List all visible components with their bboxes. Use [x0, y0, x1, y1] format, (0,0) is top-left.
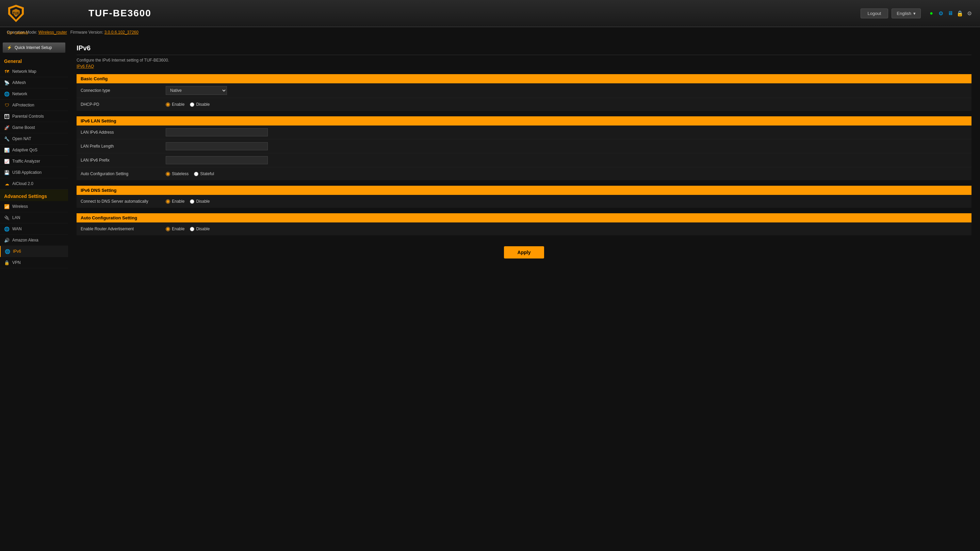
- dns-auto-control: Enable Disable: [166, 199, 967, 204]
- apply-button[interactable]: Apply: [504, 246, 544, 259]
- lan-ipv6-address-label: LAN IPv6 Address: [81, 130, 166, 135]
- lan-ipv6-address-input[interactable]: [166, 128, 268, 137]
- setup-icon: ⚡: [7, 45, 12, 50]
- parental-controls-label: Parental Controls: [12, 114, 44, 119]
- basic-config-header: Basic Config: [76, 74, 972, 83]
- dhcp-pd-disable-radio[interactable]: [190, 102, 194, 107]
- header-right: Logout English ▾ ● ⚙ 🖥 🔒 ⚙: [861, 8, 973, 18]
- quick-internet-setup-button[interactable]: ⚡ Quick Internet Setup: [3, 43, 65, 53]
- lan-ipv6-prefix-input[interactable]: [166, 156, 268, 164]
- tuf-logo: TUF: [7, 4, 25, 23]
- sidebar-item-usb-application[interactable]: 💾 USB Application: [0, 167, 68, 178]
- network-label: Network: [12, 92, 27, 96]
- dhcp-pd-row: DHCP-PD Enable Disable: [76, 98, 972, 111]
- main-content: IPv6 Configure the IPv6 Internet setting…: [68, 37, 980, 551]
- lock-icon[interactable]: 🔒: [956, 10, 964, 17]
- lan-label: LAN: [12, 215, 20, 220]
- sidebar-item-traffic-analyzer[interactable]: 📈 Traffic Analyzer: [0, 156, 68, 167]
- ipv6-faq-link[interactable]: IPv6 FAQ: [76, 64, 972, 69]
- vpn-label: VPN: [12, 260, 21, 265]
- aimesh-label: AiMesh: [12, 80, 26, 85]
- config-icon[interactable]: ⚙: [966, 10, 973, 17]
- sidebar-item-open-nat[interactable]: 🔧 Open NAT: [0, 133, 68, 144]
- dns-enable-label[interactable]: Enable: [166, 199, 185, 204]
- connection-type-label: Connection type: [81, 88, 166, 93]
- lan-prefix-length-input[interactable]: [166, 142, 268, 150]
- connection-type-select[interactable]: Native Passthrough Static IPv6 DHCP-PD 6…: [166, 86, 227, 95]
- lan-ipv6-prefix-control: [166, 156, 967, 164]
- dhcp-pd-enable-text: Enable: [172, 102, 185, 107]
- settings-gear-icon[interactable]: ⚙: [937, 10, 945, 17]
- auto-config-section-header: Auto Configuration Setting: [76, 213, 972, 222]
- traffic-analyzer-label: Traffic Analyzer: [12, 159, 40, 164]
- open-nat-label: Open NAT: [12, 137, 31, 141]
- auto-config-label: Auto Configuration Setting: [81, 171, 166, 176]
- sidebar-item-parental-controls[interactable]: 👨‍👩‍👧 Parental Controls: [0, 111, 68, 122]
- open-nat-icon: 🔧: [4, 136, 10, 141]
- aicloud-label: AiCloud 2.0: [12, 181, 33, 186]
- sidebar-item-aiprotection[interactable]: 🛡 AiProtection: [0, 100, 68, 111]
- sidebar-item-ipv6[interactable]: 🌐 IPv6: [0, 246, 68, 257]
- header: TUF TUF GAMING TUF-BE3600 Logout English…: [0, 0, 980, 27]
- dns-auto-row: Connect to DNS Server automatically Enab…: [76, 195, 972, 208]
- network-status-icon[interactable]: ●: [928, 10, 935, 17]
- sidebar: ⚡ Quick Internet Setup General 🗺 Network…: [0, 37, 68, 551]
- aicloud-icon: ☁: [4, 181, 10, 186]
- dns-disable-label[interactable]: Disable: [190, 199, 210, 204]
- auto-config-radio-group: Stateless Stateful: [166, 171, 214, 176]
- stateful-text: Stateful: [200, 171, 214, 176]
- stateless-text: Stateless: [172, 171, 189, 176]
- sidebar-item-aicloud[interactable]: ☁ AiCloud 2.0: [0, 178, 68, 189]
- advanced-settings-label: Advanced Settings: [0, 189, 68, 201]
- router-adv-disable-label[interactable]: Disable: [190, 227, 210, 231]
- lan-ipv6-address-control: [166, 128, 967, 137]
- sidebar-item-game-boost[interactable]: 🚀 Game Boost: [0, 122, 68, 133]
- language-label: English: [897, 11, 911, 16]
- sidebar-item-wan[interactable]: 🌐 WAN: [0, 224, 68, 235]
- dhcp-pd-label: DHCP-PD: [81, 102, 166, 107]
- dhcp-pd-enable-radio[interactable]: [166, 102, 170, 107]
- dns-disable-radio[interactable]: [190, 199, 194, 204]
- sidebar-item-amazon-alexa[interactable]: 🔊 Amazon Alexa: [0, 235, 68, 246]
- stateless-radio[interactable]: [166, 172, 170, 176]
- logout-button[interactable]: Logout: [861, 8, 888, 18]
- usb-application-icon: 💾: [4, 170, 10, 175]
- network-map-label: Network Map: [12, 69, 37, 74]
- adaptive-qos-icon: 📊: [4, 147, 10, 153]
- stateful-label[interactable]: Stateful: [194, 171, 214, 176]
- ipv6-lan-section: IPv6 LAN Setting LAN IPv6 Address LAN Pr…: [76, 116, 972, 180]
- lan-ipv6-prefix-label: LAN IPv6 Prefix: [81, 158, 166, 163]
- router-adv-disable-radio[interactable]: [190, 227, 194, 231]
- amazon-alexa-label: Amazon Alexa: [12, 238, 38, 243]
- sidebar-item-wireless[interactable]: 📶 Wireless: [0, 201, 68, 212]
- sidebar-item-adaptive-qos[interactable]: 📊 Adaptive QoS: [0, 144, 68, 156]
- ipv6-lan-header: IPv6 LAN Setting: [76, 116, 972, 125]
- aimesh-icon: 📡: [4, 80, 10, 86]
- sidebar-item-aimesh[interactable]: 📡 AiMesh: [0, 77, 68, 89]
- sidebar-item-network-map[interactable]: 🗺 Network Map: [0, 66, 68, 77]
- language-button[interactable]: English ▾: [891, 8, 921, 18]
- lan-icon: 🔌: [4, 215, 10, 221]
- ipv6-nav-label: IPv6: [13, 249, 21, 254]
- connection-type-row: Connection type Native Passthrough Stati…: [76, 83, 972, 98]
- sidebar-item-lan[interactable]: 🔌 LAN: [0, 212, 68, 224]
- dhcp-pd-radio-group: Enable Disable: [166, 102, 210, 107]
- general-section-label: General: [0, 54, 68, 66]
- router-adv-enable-label[interactable]: Enable: [166, 227, 185, 231]
- sidebar-item-vpn[interactable]: 🔒 VPN: [0, 257, 68, 268]
- firmware-version[interactable]: 3.0.0.6.102_37260: [105, 30, 138, 35]
- sidebar-item-network[interactable]: 🌐 Network: [0, 89, 68, 100]
- router-adv-control: Enable Disable: [166, 227, 967, 231]
- dhcp-pd-disable-label[interactable]: Disable: [190, 102, 210, 107]
- dns-enable-radio[interactable]: [166, 199, 170, 204]
- parental-controls-icon: 👨‍👩‍👧: [4, 114, 10, 119]
- router-title: TUF-BE3600: [89, 8, 151, 19]
- operation-mode-value[interactable]: Wireless_router: [38, 30, 67, 35]
- ipv6-dns-header: IPv6 DNS Setting: [76, 186, 972, 195]
- dhcp-pd-enable-label[interactable]: Enable: [166, 102, 185, 107]
- stateless-label[interactable]: Stateless: [166, 171, 189, 176]
- stateful-radio[interactable]: [194, 172, 198, 176]
- router-adv-enable-radio[interactable]: [166, 227, 170, 231]
- auto-config-control: Stateless Stateful: [166, 171, 967, 176]
- monitor-icon[interactable]: 🖥: [947, 10, 954, 17]
